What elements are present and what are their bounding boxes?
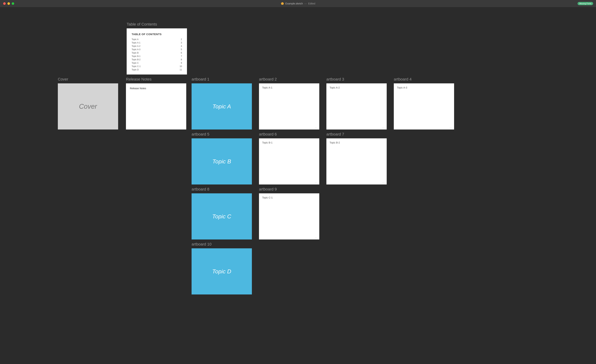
topic-text: Topic D bbox=[212, 268, 231, 275]
sub-label: Topic A-3 bbox=[397, 86, 451, 89]
separator-label: — bbox=[304, 2, 307, 5]
toc-row-page: 6 bbox=[181, 52, 182, 54]
toc-row: Topic A-35 bbox=[132, 48, 182, 51]
artboard-canvas-artboard-4[interactable]: Topic A-3… bbox=[394, 83, 454, 129]
artboard-canvas-release-notes[interactable]: Release Notes bbox=[126, 83, 186, 129]
artboard-canvas-artboard-3[interactable]: Topic A-2… bbox=[326, 83, 387, 129]
cover-text: Cover bbox=[79, 103, 97, 110]
artboard-canvas-artboard-8[interactable]: Topic C bbox=[192, 193, 252, 239]
toc-row-page: 9 bbox=[181, 62, 182, 64]
toc-row-page: 8 bbox=[181, 58, 182, 61]
artboard-group-artboard-4[interactable]: artboard 4Topic A-3… bbox=[394, 77, 454, 129]
artboard-group-release-notes[interactable]: Release NotesRelease Notes bbox=[126, 77, 186, 129]
artboard-label-artboard-9: artboard 9 bbox=[259, 187, 319, 192]
artboard-group-artboard-6[interactable]: artboard 6Topic B-1… bbox=[259, 132, 319, 185]
toc-row-name: Topic A bbox=[132, 38, 139, 41]
toc-row: Topic C9 bbox=[132, 62, 182, 64]
toc-row: Topic A2 bbox=[132, 38, 182, 41]
sub-corner: … bbox=[315, 180, 317, 183]
artboard-label-artboard-4: artboard 4 bbox=[394, 77, 454, 82]
artboard-label-artboard-7: artboard 7 bbox=[326, 132, 387, 137]
artboard-canvas-artboard-9[interactable]: Topic C-1… bbox=[259, 193, 319, 239]
artboard-canvas-artboard-1[interactable]: Topic A bbox=[192, 83, 252, 129]
artboard-label-artboard-5: artboard 5 bbox=[192, 132, 252, 137]
artboard-group-artboard-10[interactable]: artboard 10Topic D bbox=[192, 242, 252, 294]
artboard-label-artboard-2: artboard 2 bbox=[259, 77, 319, 82]
toc-row: Topic D11 bbox=[132, 68, 182, 71]
toc-row: Topic C-110 bbox=[132, 65, 182, 67]
toc-row-page: 11 bbox=[180, 68, 182, 71]
toc-row-page: 2 bbox=[181, 38, 182, 41]
filename-label: Example.sketch bbox=[285, 2, 303, 5]
toc-row-page: 7 bbox=[181, 55, 182, 58]
toc-row: Topic A-13 bbox=[132, 42, 182, 44]
sub-corner: … bbox=[382, 180, 385, 183]
sub-label: Topic B-2 bbox=[330, 141, 383, 144]
artboard-group-artboard-9[interactable]: artboard 9Topic C-1… bbox=[259, 187, 319, 239]
toc-row: Topic B6 bbox=[132, 52, 182, 54]
toc-row-page: 4 bbox=[181, 45, 182, 47]
toc-row-name: Topic B bbox=[132, 52, 139, 54]
artboard-group-artboard-5[interactable]: artboard 5Topic B bbox=[192, 132, 252, 185]
artboard-group-artboard-8[interactable]: artboard 8Topic C bbox=[192, 187, 252, 239]
toc-row-name: Topic A-3 bbox=[132, 48, 140, 51]
artboard-label-artboard-6: artboard 6 bbox=[259, 132, 319, 137]
sub-corner: … bbox=[315, 125, 317, 128]
sub-corner: … bbox=[382, 125, 385, 128]
artboard-label-artboard-8: artboard 8 bbox=[192, 187, 252, 192]
window-title: Example.sketch — Edited bbox=[281, 2, 315, 5]
release-notes-title: Release Notes bbox=[130, 87, 182, 90]
toc-row-name: Topic D bbox=[132, 68, 139, 71]
sub-corner: … bbox=[449, 125, 452, 128]
artboard-canvas-toc[interactable]: TABLE OF CONTENTSTopic A2Topic A-13Topic… bbox=[127, 28, 187, 74]
artboard-label-artboard-3: artboard 3 bbox=[326, 77, 387, 82]
toc-title: TABLE OF CONTENTS bbox=[132, 33, 182, 36]
toc-row-name: Topic C-1 bbox=[132, 65, 141, 67]
window-controls bbox=[3, 2, 14, 5]
minimize-button[interactable] bbox=[7, 2, 10, 5]
artboard-group-artboard-3[interactable]: artboard 3Topic A-2… bbox=[326, 77, 387, 129]
sub-label: Topic A-2 bbox=[330, 86, 383, 89]
artboard-group-cover[interactable]: CoverCover bbox=[58, 77, 118, 129]
artboard-label-cover: Cover bbox=[58, 77, 118, 82]
toc-row: Topic A-24 bbox=[132, 45, 182, 47]
fullscreen-button[interactable] bbox=[12, 2, 14, 5]
artboard-canvas-artboard-6[interactable]: Topic B-1… bbox=[259, 138, 319, 185]
canvas: Table of ContentsTABLE OF CONTENTSTopic … bbox=[0, 7, 596, 364]
toc-row-page: 10 bbox=[180, 65, 182, 67]
sub-label: Topic A-1 bbox=[262, 86, 316, 89]
artboard-label-toc: Table of Contents bbox=[127, 22, 187, 27]
artboard-group-artboard-1[interactable]: artboard 1Topic A bbox=[192, 77, 252, 129]
artboard-label-artboard-10: artboard 10 bbox=[192, 242, 252, 246]
artboard-canvas-artboard-2[interactable]: Topic A-1… bbox=[259, 83, 319, 129]
toc-row-page: 3 bbox=[181, 42, 182, 44]
artboard-group-artboard-2[interactable]: artboard 2Topic A-1… bbox=[259, 77, 319, 129]
artboard-group-toc[interactable]: Table of ContentsTABLE OF CONTENTSTopic … bbox=[127, 22, 187, 74]
topic-text: Topic C bbox=[212, 213, 231, 220]
titlebar: Example.sketch — Edited Missing Fonts bbox=[0, 0, 596, 7]
toc-row-name: Topic B-1 bbox=[132, 55, 141, 58]
topic-text: Topic B bbox=[212, 158, 231, 165]
artboard-canvas-artboard-5[interactable]: Topic B bbox=[192, 138, 252, 185]
close-button[interactable] bbox=[3, 2, 6, 5]
sub-corner: … bbox=[315, 235, 317, 238]
toc-row-page: 5 bbox=[181, 48, 182, 51]
sub-label: Topic B-1 bbox=[262, 141, 316, 144]
sketch-file-icon bbox=[281, 2, 284, 5]
topic-text: Topic A bbox=[213, 103, 231, 110]
artboard-group-artboard-7[interactable]: artboard 7Topic B-2… bbox=[326, 132, 387, 185]
artboard-canvas-cover[interactable]: Cover bbox=[58, 83, 118, 129]
artboard-label-artboard-1: artboard 1 bbox=[192, 77, 252, 82]
toc-row-name: Topic A-1 bbox=[132, 42, 140, 44]
toc-row-name: Topic B-2 bbox=[132, 58, 141, 61]
artboard-canvas-artboard-7[interactable]: Topic B-2… bbox=[326, 138, 387, 185]
toc-row-name: Topic A-2 bbox=[132, 45, 140, 47]
artboard-label-release-notes: Release Notes bbox=[126, 77, 186, 82]
artboard-canvas-artboard-10[interactable]: Topic D bbox=[192, 248, 252, 294]
edited-label: Edited bbox=[308, 2, 315, 5]
toc-row: Topic B-28 bbox=[132, 58, 182, 61]
toc-row-name: Topic C bbox=[132, 62, 139, 64]
missing-fonts-badge[interactable]: Missing Fonts bbox=[578, 2, 593, 5]
sub-label: Topic C-1 bbox=[262, 196, 316, 199]
toc-row: Topic B-17 bbox=[132, 55, 182, 58]
